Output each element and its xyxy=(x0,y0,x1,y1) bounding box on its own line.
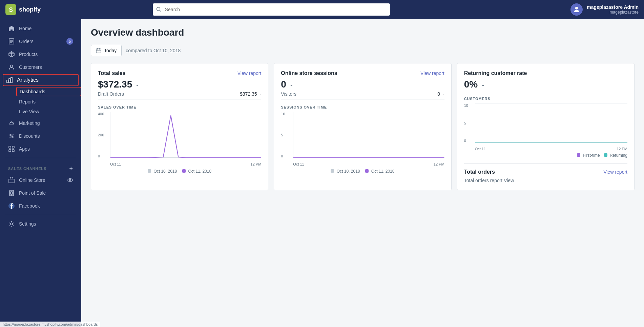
total-orders-view-report[interactable]: View report xyxy=(603,169,627,175)
sidebar-item-analytics[interactable]: Analytics xyxy=(3,74,79,86)
apps-icon xyxy=(8,146,15,152)
marketing-icon xyxy=(8,120,15,127)
app-header: S shopify mageplazastore Admin mageplaza… xyxy=(0,0,644,19)
returning-rate-header: Returning customer rate xyxy=(464,70,627,76)
draft-orders-value: $372.35 xyxy=(240,91,257,97)
products-icon xyxy=(8,51,15,58)
sessions-legend-curr: Oct 11, 2018 xyxy=(365,169,394,174)
sidebar-label-orders: Orders xyxy=(19,39,34,44)
sidebar-sub-reports[interactable]: Reports xyxy=(16,97,81,107)
svg-rect-22 xyxy=(12,150,14,152)
date-bar: Today compared to Oct 10, 2018 xyxy=(91,45,635,56)
draft-orders-dash: - xyxy=(260,91,262,97)
eye-icon[interactable] xyxy=(67,177,73,183)
sessions-chart: 10 5 0 xyxy=(281,112,444,166)
search-bar xyxy=(153,3,390,16)
sidebar-item-home[interactable]: Home xyxy=(3,22,79,35)
sidebar-label-analytics: Analytics xyxy=(17,77,39,83)
sidebar-item-pos[interactable]: Point of Sale xyxy=(3,187,79,199)
sessions-x-labels: Oct 11 12 PM xyxy=(293,162,444,166)
search-icon xyxy=(156,7,162,12)
sidebar-item-products[interactable]: Products xyxy=(3,48,79,60)
sidebar-item-customers[interactable]: Customers xyxy=(3,61,79,73)
svg-rect-31 xyxy=(96,49,101,53)
sessions-value: 0 xyxy=(281,79,286,90)
svg-text:S: S xyxy=(9,6,13,13)
logo[interactable]: S shopify xyxy=(5,4,60,15)
svg-point-2 xyxy=(157,7,160,11)
avatar[interactable] xyxy=(570,3,583,16)
svg-point-4 xyxy=(575,7,578,9)
svg-point-24 xyxy=(68,179,72,182)
sidebar-item-marketing[interactable]: Marketing xyxy=(3,117,79,129)
sales-legend-curr: Oct 11, 2018 xyxy=(182,169,211,174)
sidebar-label-settings: Settings xyxy=(19,221,36,227)
facebook-icon xyxy=(8,203,15,209)
header-right: mageplazastore Admin mageplazastore xyxy=(570,3,639,16)
sidebar-item-settings[interactable]: Settings xyxy=(3,218,79,230)
sales-chart-area xyxy=(110,112,261,158)
settings-icon xyxy=(8,220,15,227)
sessions-title: Online store sessions xyxy=(281,70,337,76)
sidebar-label-discounts: Discounts xyxy=(19,133,40,139)
returning-rate-value: 0% xyxy=(464,79,478,90)
sales-channels-label: SALES CHANNELS + xyxy=(0,161,81,173)
cards-grid: Total sales View report $372.35 - Draft … xyxy=(91,63,635,190)
total-orders-footer: Total orders report View xyxy=(464,178,627,183)
svg-point-25 xyxy=(69,179,71,181)
sidebar-item-orders[interactable]: Orders 5 xyxy=(3,35,79,47)
svg-line-3 xyxy=(160,11,161,12)
url-bar: https://mageplazastore.myshopify.com/adm… xyxy=(0,322,100,327)
visitors-value: 0 xyxy=(437,91,440,97)
sales-legend-prev: Oct 10, 2018 xyxy=(148,169,177,174)
sidebar-item-discounts[interactable]: Discounts xyxy=(3,130,79,142)
pos-icon xyxy=(8,190,15,196)
discounts-icon xyxy=(8,133,15,139)
svg-rect-15 xyxy=(11,77,12,83)
first-time-legend: First-time xyxy=(577,153,600,158)
sidebar-sub-live-view[interactable]: Live View xyxy=(16,107,81,116)
sidebar-label-online-store: Online Store xyxy=(19,177,45,183)
sidebar-label-facebook: Facebook xyxy=(19,203,40,209)
search-input[interactable] xyxy=(153,3,390,16)
today-button[interactable]: Today xyxy=(91,45,122,56)
add-sales-channel-icon[interactable]: + xyxy=(69,165,73,172)
total-sales-value: $372.35 xyxy=(98,79,132,90)
sidebar-item-apps[interactable]: Apps xyxy=(3,143,79,155)
orders-icon xyxy=(8,38,15,45)
sessions-view-report[interactable]: View report xyxy=(420,71,444,76)
returning-rate-card: Returning customer rate 0% - CUSTOMERS 1… xyxy=(457,63,635,190)
online-sessions-card: Online store sessions View report 0 - Vi… xyxy=(274,63,451,190)
today-label: Today xyxy=(104,48,117,53)
sessions-header: Online store sessions View report xyxy=(281,70,444,76)
sidebar-item-facebook[interactable]: Facebook xyxy=(3,200,79,212)
customers-icon xyxy=(8,64,15,71)
svg-point-16 xyxy=(10,134,11,136)
svg-point-30 xyxy=(11,223,13,225)
svg-point-17 xyxy=(12,136,13,138)
home-icon xyxy=(8,25,15,32)
visitors-dash: - xyxy=(443,91,444,97)
sessions-chart-svg xyxy=(293,112,444,158)
orders-badge: 5 xyxy=(66,38,73,45)
returning-rate-dash: - xyxy=(482,81,484,89)
sidebar-sub-dashboards[interactable]: Dashboards xyxy=(16,87,81,96)
sessions-over-time-label: SESSIONS OVER TIME xyxy=(281,105,444,109)
svg-rect-13 xyxy=(7,80,8,83)
total-orders-mini-header: Total orders View report xyxy=(464,169,627,175)
svg-rect-23 xyxy=(9,179,14,183)
sessions-y-axis: 10 5 0 xyxy=(281,112,292,158)
user-store: mageplazastore xyxy=(587,10,639,15)
user-info: mageplazastore Admin mageplazastore xyxy=(587,4,639,15)
visitors-label: Visitors xyxy=(281,91,296,97)
sidebar-item-online-store[interactable]: Online Store xyxy=(3,174,79,186)
logo-text: shopify xyxy=(19,6,41,13)
total-sales-view-report[interactable]: View report xyxy=(237,71,262,76)
sidebar-label-apps: Apps xyxy=(19,146,30,152)
sidebar-label-home: Home xyxy=(19,26,32,31)
returning-legend: First-time Returning xyxy=(464,153,627,158)
sidebar-divider xyxy=(5,158,76,158)
sessions-chart-area xyxy=(293,112,444,158)
sales-x-labels: Oct 11 12 PM xyxy=(110,162,261,166)
sessions-legend-prev: Oct 10, 2018 xyxy=(331,169,360,174)
